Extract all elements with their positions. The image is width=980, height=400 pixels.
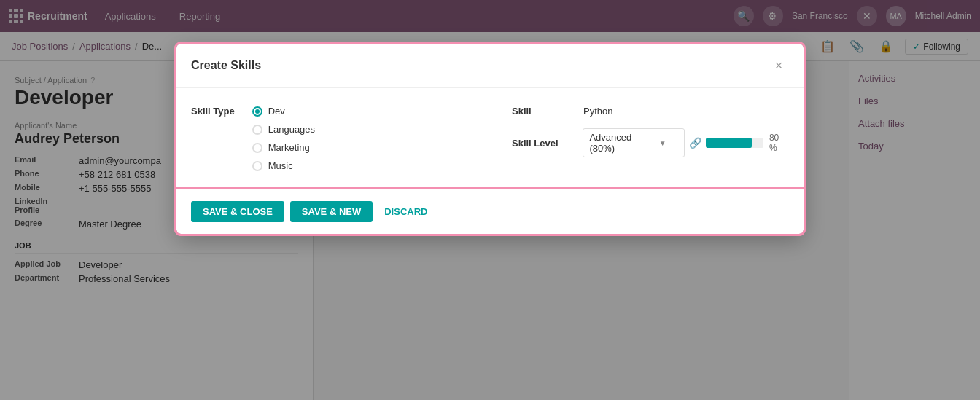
save-close-button[interactable]: SAVE & CLOSE [191,201,284,222]
progress-bar-background [706,138,763,148]
create-skills-modal: Create Skills × Skill Type Dev Langua [176,44,804,234]
skill-type-label: Skill Type [191,106,235,117]
radio-dev[interactable]: Dev [252,106,315,117]
radio-music-label: Music [268,160,293,171]
save-new-button[interactable]: SAVE & NEW [290,201,373,222]
skill-value: Python [583,106,612,117]
progress-bar-fill [706,138,752,148]
radio-marketing[interactable]: Marketing [252,142,315,153]
radio-dev-circle [252,106,262,117]
skill-type-radio-group: Dev Languages Marketing Music [252,106,315,171]
radio-marketing-circle [252,143,262,153]
modal-header: Create Skills × [176,44,804,88]
radio-music[interactable]: Music [252,160,315,171]
external-link-icon[interactable]: 🔗 [689,137,701,149]
skill-level-controls: Advanced (80%) ▼ 🔗 80 % [583,128,789,157]
skill-type-section: Skill Type Dev Languages Marketing [191,106,468,171]
discard-button[interactable]: DISCARD [378,201,433,222]
modal-close-button[interactable]: × [769,55,789,76]
skill-level-row: Skill Level Advanced (80%) ▼ 🔗 80 % [512,128,789,157]
skill-level-label: Skill Level [512,138,577,149]
modal-body: Skill Type Dev Languages Marketing [176,88,804,189]
radio-dev-label: Dev [268,106,285,117]
chevron-down-icon: ▼ [659,139,666,147]
skill-level-select[interactable]: Advanced (80%) ▼ [583,128,684,157]
radio-languages-label: Languages [268,124,315,135]
skill-label: Skill [512,106,578,117]
skill-progress: 80 % [706,133,789,153]
skill-level-selected: Advanced (80%) [589,132,658,154]
progress-label: 80 % [769,133,789,153]
skill-row: Skill Python [512,106,789,117]
radio-languages[interactable]: Languages [252,124,315,135]
skill-detail-section: Skill Python Skill Level Advanced (80%) … [512,106,789,171]
radio-languages-circle [252,125,262,135]
modal-title: Create Skills [191,59,261,72]
radio-music-circle [252,161,262,171]
modal-footer: SAVE & CLOSE SAVE & NEW DISCARD [176,189,804,234]
modal-overlay: Create Skills × Skill Type Dev Langua [0,0,980,400]
radio-marketing-label: Marketing [268,142,310,153]
